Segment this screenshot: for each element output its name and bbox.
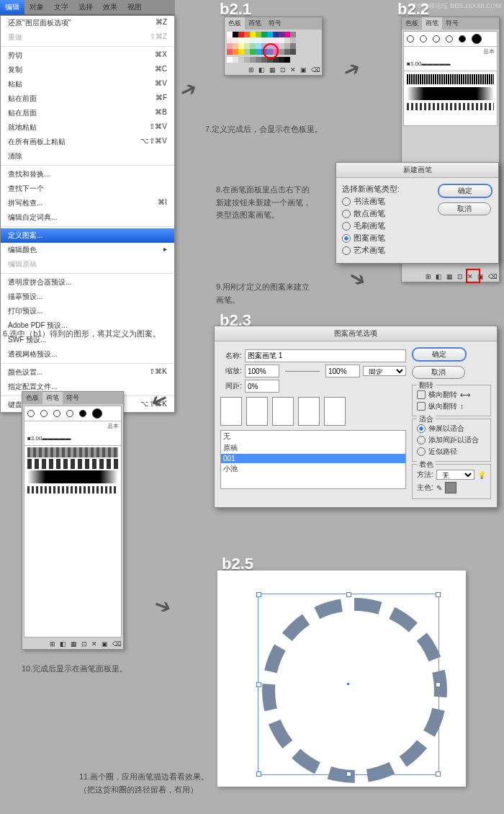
pattern-listbox[interactable]: 无原稿001小池 [220,430,406,489]
menu-item[interactable]: 颜色设置...⇧⌘K [1,365,174,380]
swatch[interactable] [261,37,267,43]
swatch[interactable] [290,32,296,37]
menu-item[interactable]: 剪切⌘X [1,48,174,63]
swatch[interactable] [244,57,250,63]
swatch[interactable] [250,37,256,43]
swatch[interactable] [227,37,233,43]
fit-radio[interactable]: 伸展以适合 [417,424,486,434]
menu-item[interactable]: 粘贴⌘V [1,77,174,91]
swatch[interactable] [233,43,238,49]
footer-icon[interactable]: ⊡ [457,273,463,280]
swatch[interactable] [233,49,238,55]
menu-item[interactable]: 贴在后面⌘B [1,106,174,120]
footer-icon[interactable]: ▦ [446,273,453,280]
swatch[interactable] [267,32,273,37]
swatch[interactable] [284,49,290,55]
swatch[interactable] [233,57,238,63]
swatch[interactable] [244,37,250,43]
handle[interactable] [346,592,351,597]
fit-radio[interactable]: 近似路径 [417,447,486,457]
swatch[interactable] [273,32,279,37]
menu-item[interactable]: 编辑自定词典... [1,210,174,225]
swatch[interactable] [284,32,290,37]
scale-mode-select[interactable]: 固定 [363,366,406,376]
swatch[interactable] [267,37,273,43]
panel-tab[interactable]: 符号 [442,17,462,30]
handle[interactable] [256,592,261,597]
menu-item[interactable]: 查找下一个 [1,182,174,196]
flip-v-checkbox[interactable]: 纵向翻转 ↕ [417,401,486,411]
menu-item[interactable]: 透明度拼合器预设... [1,275,174,290]
gap-input[interactable] [245,380,279,393]
menu-item[interactable]: 编辑原稿 [1,257,174,272]
scale-input-2[interactable] [325,364,360,377]
swatch[interactable] [244,43,250,49]
footer-icon[interactable]: ⊞ [50,640,55,648]
cancel-button[interactable]: 取消 [438,202,491,215]
footer-icon[interactable]: ▣ [300,66,307,73]
cancel-button[interactable]: 取消 [412,366,465,379]
handle[interactable] [256,771,261,777]
flip-h-checkbox[interactable]: 横向翻转 ⟷ [417,390,486,400]
footer-icon[interactable]: ⊡ [280,66,286,73]
panel-tab[interactable]: 色板 [402,17,422,30]
scale-input[interactable] [245,364,279,377]
footer-icon[interactable]: ⌫ [112,640,122,648]
tile-outer[interactable] [246,397,268,426]
swatch[interactable] [233,37,238,43]
footer-icon[interactable]: ⊞ [426,273,431,280]
ok-button[interactable]: 确定 [438,184,492,198]
footer-icon[interactable]: ⌫ [311,66,320,73]
swatch[interactable] [284,43,290,49]
swatch[interactable] [279,57,284,63]
menu-item[interactable]: 就地粘贴⇧⌘V [1,120,174,135]
menu-tab[interactable]: 视图 [122,0,147,14]
keycolor-swatch[interactable] [445,482,456,493]
menu-item[interactable]: 拼写检查...⌘I [1,196,174,210]
footer-icon[interactable]: ✕ [290,66,296,73]
swatch[interactable] [256,49,261,55]
swatch[interactable] [256,37,261,43]
swatch[interactable] [284,57,290,63]
menu-item[interactable]: 重做⇧⌘Z [1,30,174,45]
panel-tab[interactable]: 画笔 [422,17,442,30]
swatch[interactable] [250,57,256,63]
swatch[interactable] [290,49,296,55]
footer-icon[interactable]: ◧ [258,66,265,73]
menu-item[interactable]: 贴在前面⌘F [1,91,174,106]
footer-icon[interactable]: ▦ [71,640,77,648]
list-item[interactable]: 无 [221,431,405,442]
brush-type-radio[interactable]: 图案画笔 [342,233,431,243]
swatch[interactable] [227,49,233,55]
swatch[interactable] [284,37,290,43]
brush-type-radio[interactable]: 散点画笔 [342,208,431,219]
panel-tab[interactable]: 色板 [22,392,42,404]
menu-item[interactable]: 查找和替换... [1,167,174,182]
menu-tab[interactable]: 文字 [49,0,73,14]
footer-icon[interactable]: ⊡ [81,640,87,648]
list-item[interactable]: 原稿 [221,442,405,454]
swatch[interactable] [250,32,256,37]
ok-button[interactable]: 确定 [412,347,467,362]
swatch[interactable] [279,43,284,49]
tile-inner[interactable] [272,397,294,426]
swatch[interactable] [256,43,261,49]
swatch[interactable] [290,37,296,43]
swatch[interactable] [261,32,267,37]
swatch[interactable] [233,32,238,37]
brush-type-radio[interactable]: 书法画笔 [342,196,431,207]
swatch[interactable] [256,32,261,37]
panel-tab[interactable]: 符号 [63,392,83,404]
handle[interactable] [436,592,441,597]
handle[interactable] [256,682,261,687]
swatch[interactable] [290,43,296,49]
swatch[interactable] [238,37,244,43]
menu-item[interactable]: 打印预设... [1,304,174,318]
menu-item[interactable]: 透视网格预设... [1,347,174,362]
menu-tab[interactable]: 效果 [98,0,122,14]
handle[interactable] [436,771,441,777]
swatch[interactable] [238,32,244,37]
swatch[interactable] [279,49,284,55]
menu-tab[interactable]: 选择 [73,0,98,14]
fit-radio[interactable]: 添加间距以适合 [417,435,486,445]
